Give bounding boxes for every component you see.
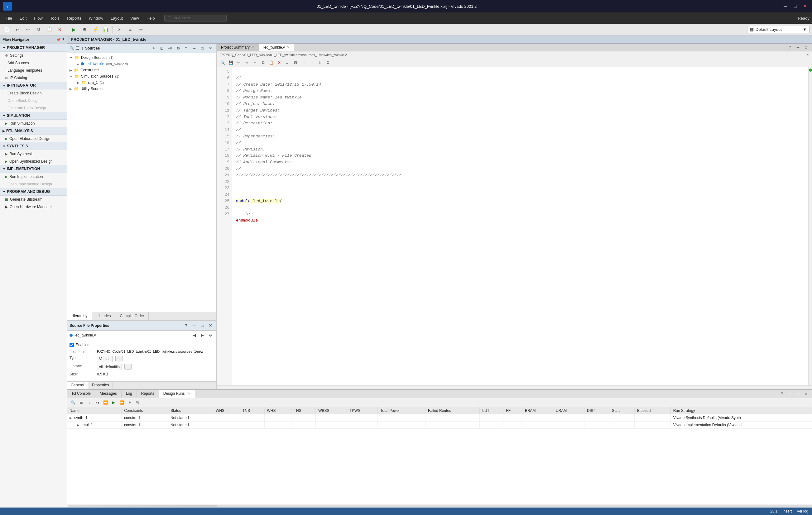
table-row[interactable]: ▶ synth_1 constrs_1 Not started: [67, 414, 812, 422]
editor-paste-icon[interactable]: 📋: [268, 59, 274, 66]
nav-section-header-synthesis[interactable]: ▼ SYNTHESIS: [0, 142, 67, 150]
editor-outdent-icon[interactable]: ←: [308, 59, 315, 66]
sfp-enabled-checkbox[interactable]: [69, 343, 74, 347]
menu-help[interactable]: Help: [143, 14, 158, 22]
dr-filter-icon[interactable]: ☰: [78, 399, 85, 406]
tree-design-sources[interactable]: ▼ 📁 Design Sources (1): [67, 55, 216, 61]
format-button[interactable]: ≡: [126, 25, 135, 34]
nav-help-icon[interactable]: ?: [62, 38, 64, 42]
close-button[interactable]: ✕: [802, 2, 809, 10]
nav-item-ip-catalog[interactable]: ⊞ IP Catalog: [0, 74, 67, 82]
quick-access-input[interactable]: [164, 14, 227, 22]
sfp-help-icon[interactable]: ?: [183, 322, 190, 329]
dr-add-icon[interactable]: +: [126, 399, 133, 406]
maximize-button[interactable]: □: [791, 2, 799, 10]
bottom-tab-reports[interactable]: Reports: [137, 390, 159, 398]
cut-button[interactable]: ✂: [115, 25, 124, 34]
file-path-close-icon[interactable]: ✕: [806, 53, 809, 57]
bottom-horizontal-scrollbar[interactable]: [67, 504, 812, 508]
impl-expand-icon[interactable]: ▶: [77, 423, 80, 427]
led-twinkle-close-icon[interactable]: ✕: [287, 46, 290, 50]
code-content[interactable]: // // Create Date: 2021/12/13 17:50:14 /…: [232, 67, 808, 385]
editor-minimize-icon[interactable]: ─: [794, 44, 802, 51]
sfp-tab-properties[interactable]: Properties: [88, 382, 113, 389]
nav-item-run-implementation[interactable]: ▶ Run Implementation: [0, 173, 67, 180]
tree-led-twinkle[interactable]: ● led_twinkle (led_twinkle.v): [67, 61, 216, 67]
undo-button[interactable]: ↩: [13, 25, 22, 34]
sources-help-icon[interactable]: ?: [183, 45, 190, 52]
nav-item-generate-bitstream[interactable]: ▦ Generate Bitstream: [0, 196, 67, 203]
new-file-button[interactable]: 📄: [2, 25, 11, 34]
nav-item-create-block-design[interactable]: Create Block Design: [0, 89, 67, 97]
source-options-btn[interactable]: ⊡: [158, 45, 165, 52]
minimize-button[interactable]: ─: [781, 2, 789, 10]
tree-simulation-sources[interactable]: ▼ 📁 Simulation Sources (1): [67, 73, 216, 80]
bottom-tab-log[interactable]: Log: [122, 390, 137, 398]
sources-minimize-icon[interactable]: ─: [191, 45, 198, 52]
editor-undo-icon[interactable]: ↩: [235, 59, 242, 66]
editor-save-icon[interactable]: 💾: [227, 59, 234, 66]
nav-section-header-implementation[interactable]: ▼ IMPLEMENTATION: [0, 165, 67, 173]
search-sources-icon[interactable]: 🔍: [69, 46, 74, 51]
nav-section-header-simulation[interactable]: ▼ SIMULATION: [0, 112, 67, 120]
edit-button[interactable]: ✏: [137, 25, 145, 34]
nav-section-header-rtl-analysis[interactable]: ▶ RTL ANALYSIS: [0, 127, 67, 135]
editor-copy-icon[interactable]: ⧉: [260, 59, 266, 66]
menu-reports[interactable]: Reports: [64, 14, 85, 22]
nav-section-header-ip-integrator[interactable]: ▼ IP INTEGRATOR: [0, 82, 67, 89]
sfp-type-value[interactable]: Verilog: [97, 356, 113, 362]
sfp-type-btn[interactable]: ···: [115, 356, 122, 361]
editor-cut-icon[interactable]: ✂: [252, 59, 258, 66]
editor-info-icon[interactable]: ℹ: [316, 59, 323, 66]
add-source-btn[interactable]: +: [150, 45, 157, 52]
nav-item-add-sources[interactable]: Add Sources: [0, 59, 67, 67]
bottom-tab-design-runs[interactable]: Design Runs ✕: [159, 390, 195, 398]
editor-maximize-icon[interactable]: □: [803, 44, 810, 51]
synth-button[interactable]: ⚡: [91, 25, 99, 34]
dr-search-icon[interactable]: 🔍: [69, 399, 76, 406]
sfp-options-btn[interactable]: ⚙: [207, 332, 214, 339]
nav-item-language-templates[interactable]: Language Templates: [0, 67, 67, 74]
dr-run-icon[interactable]: ▶: [110, 399, 117, 406]
menu-file[interactable]: File: [2, 14, 15, 22]
tab-hierarchy[interactable]: Hierarchy: [67, 312, 92, 320]
bottom-tab-tcl-console[interactable]: Tcl Console: [67, 390, 95, 398]
filter-icon[interactable]: ☰: [76, 46, 80, 51]
tree-constraints[interactable]: ▶ 📁 Constraints: [67, 67, 216, 73]
nav-section-header-project-manager[interactable]: ▼ PROJECT MANAGER: [0, 44, 67, 52]
menu-tools[interactable]: Tools: [47, 14, 63, 22]
close-button-tb[interactable]: ✕: [56, 25, 64, 34]
nav-pin-icon[interactable]: 📌: [56, 38, 61, 42]
design-runs-close-icon[interactable]: ✕: [187, 392, 191, 395]
sfp-back-btn[interactable]: ◀: [191, 332, 198, 339]
bottom-maximize-icon[interactable]: □: [794, 390, 802, 397]
project-summary-close-icon[interactable]: ✕: [252, 46, 254, 50]
nav-item-settings[interactable]: ⚙ Settings: [0, 52, 67, 59]
tab-compile-order[interactable]: Compile Order: [115, 312, 149, 320]
sfp-close-icon[interactable]: ✕: [207, 322, 214, 329]
nav-item-run-simulation[interactable]: ▶ Run Simulation: [0, 120, 67, 127]
menu-edit[interactable]: Edit: [17, 14, 30, 22]
tab-libraries[interactable]: Libraries: [92, 312, 115, 320]
dr-first-icon[interactable]: ⏮: [94, 399, 101, 406]
sfp-forward-btn[interactable]: ▶: [199, 332, 206, 339]
dr-percent-icon[interactable]: %: [134, 399, 141, 406]
nav-section-header-program-debug[interactable]: ▼ PROGRAM AND DEBUG: [0, 188, 67, 196]
settings-button[interactable]: ⚙: [80, 25, 89, 34]
synth-expand-icon[interactable]: ▶: [69, 416, 72, 420]
dr-prev-icon[interactable]: ⏪: [102, 399, 109, 406]
sfp-library-value[interactable]: xil_defaultlib: [97, 364, 122, 370]
sfp-maximize-icon[interactable]: □: [199, 322, 206, 329]
bottom-close-icon[interactable]: ✕: [803, 390, 810, 397]
editor-indent-icon[interactable]: →: [300, 59, 307, 66]
sources-maximize-icon[interactable]: □: [199, 45, 206, 52]
editor-redo-icon[interactable]: ↪: [243, 59, 250, 66]
menu-window[interactable]: Window: [86, 14, 106, 22]
sfp-library-btn[interactable]: ···: [124, 364, 132, 369]
layout-dropdown[interactable]: ▦ Default Layout ▼: [747, 26, 810, 33]
paste-button[interactable]: 📋: [45, 25, 54, 34]
menu-view[interactable]: View: [127, 14, 142, 22]
bottom-minimize-icon[interactable]: ─: [786, 390, 793, 397]
editor-help-icon[interactable]: ?: [786, 44, 793, 51]
nav-item-open-hardware-manager[interactable]: ▶ Open Hardware Manager: [0, 203, 67, 211]
